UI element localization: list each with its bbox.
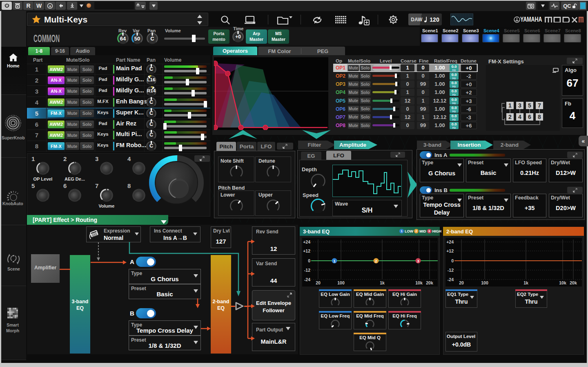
svg-text:a: a xyxy=(49,4,51,8)
svg-text:3: 3 xyxy=(518,102,521,109)
svg-text:2: 2 xyxy=(508,114,512,120)
svg-text:5: 5 xyxy=(528,102,531,109)
svg-text:1: 1 xyxy=(508,102,512,109)
svg-text:1: 1 xyxy=(333,259,335,263)
svg-text:7: 7 xyxy=(538,102,541,109)
svg-text:2: 2 xyxy=(375,259,377,263)
svg-text:8: 8 xyxy=(538,114,541,120)
svg-text:4: 4 xyxy=(518,114,521,120)
svg-text:3: 3 xyxy=(417,259,419,263)
svg-text:6: 6 xyxy=(528,114,531,120)
